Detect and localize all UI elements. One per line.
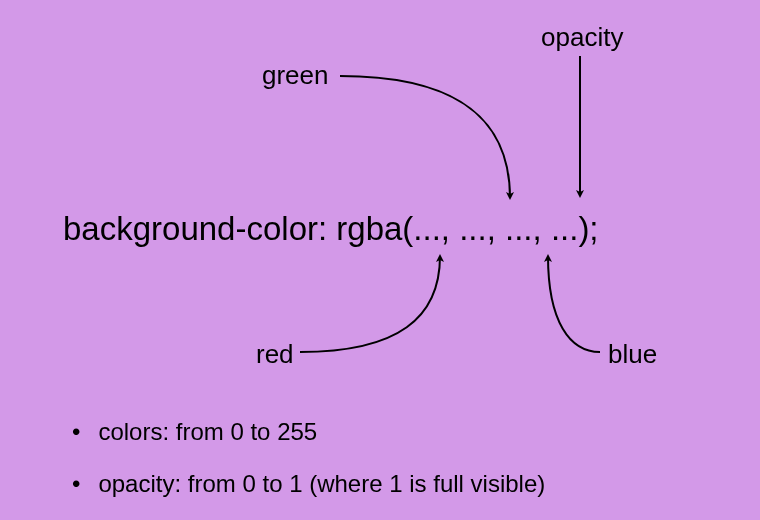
bullet-dot: • <box>72 420 80 444</box>
opacity-label: opacity <box>541 22 623 53</box>
bullet-text: colors: from 0 to 255 <box>98 418 317 446</box>
bullet-dot: • <box>72 472 80 496</box>
bullet-text: opacity: from 0 to 1 (where 1 is full vi… <box>98 470 545 498</box>
blue-label: blue <box>608 339 657 370</box>
red-label: red <box>256 339 294 370</box>
red-arrow <box>300 256 440 352</box>
bullet-item-opacity: • opacity: from 0 to 1 (where 1 is full … <box>72 470 545 498</box>
green-arrow <box>340 76 510 198</box>
code-line: background-color: rgba(..., ..., ..., ..… <box>63 210 599 248</box>
green-label: green <box>262 60 329 91</box>
blue-arrow <box>548 256 600 352</box>
bullet-item-colors: • colors: from 0 to 255 <box>72 418 317 446</box>
